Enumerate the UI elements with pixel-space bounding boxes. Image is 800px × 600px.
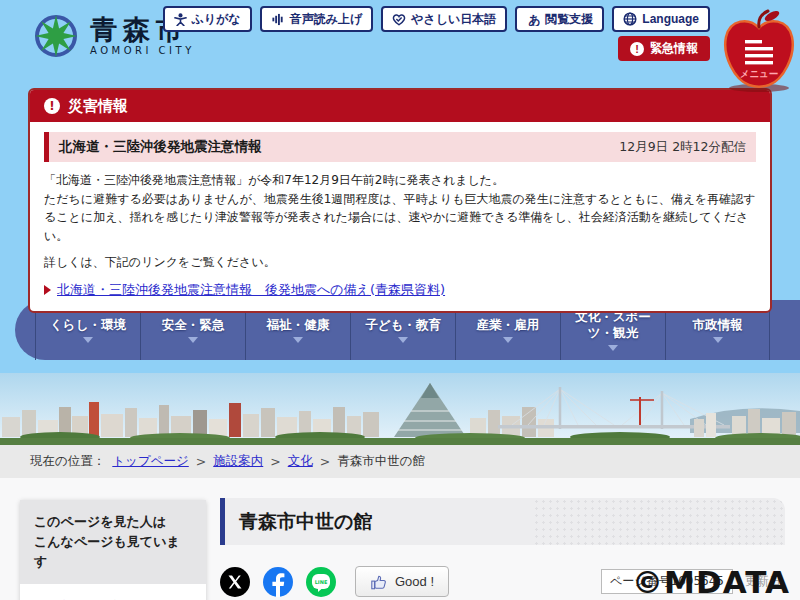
- chevron-down-icon: [188, 337, 198, 343]
- apple-menu-icon: メニュー: [718, 4, 800, 92]
- alert-exclamation-icon: !: [44, 98, 60, 114]
- disaster-panel-title: 災害情報: [68, 97, 128, 116]
- breadcrumb-link-home[interactable]: トップページ: [112, 453, 188, 470]
- link-arrow-icon: [44, 285, 51, 295]
- heart-icon: [392, 13, 406, 26]
- disaster-panel-header: ! 災害情報: [30, 90, 770, 122]
- header-section: 青森市 AOMORI CITY ふりがな 音声読み上げ: [0, 0, 800, 373]
- related-pages-card: このページを見た人は こんなページも見ています ▶ 浪岡城跡案内所: [20, 500, 206, 600]
- accessibility-a-icon: あ: [526, 13, 540, 26]
- svg-text:あ: あ: [529, 13, 541, 26]
- related-pages-header: このページを見た人は こんなページも見ています: [20, 500, 206, 584]
- chevron-down-icon: [398, 337, 408, 343]
- mdata-watermark: ©MDATA: [632, 564, 790, 600]
- furigana-person-icon: [174, 13, 187, 26]
- emergency-info-button[interactable]: ! 緊急情報: [618, 36, 710, 61]
- chevron-down-icon: [608, 345, 618, 351]
- chevron-down-icon: [293, 337, 303, 343]
- facebook-logo-icon: [263, 567, 293, 597]
- disaster-notice-title: 北海道・三陸沖後発地震注意情報: [59, 138, 262, 156]
- breadcrumb-link-facilities[interactable]: 施設案内: [213, 453, 263, 470]
- browse-support-button[interactable]: あ 閲覧支援: [515, 6, 604, 32]
- disaster-detail-link[interactable]: 北海道・三陸沖後発地震注意情報 後発地震への備え(青森県資料): [57, 281, 445, 299]
- disaster-paragraph-2: ただちに避難する必要はありませんが、地震発生後1週間程度は、平時よりも巨大地震の…: [44, 190, 756, 246]
- text-to-speech-button[interactable]: 音声読み上げ: [260, 6, 374, 32]
- x-logo-icon: [227, 574, 243, 590]
- cityscape-banner-photo: [0, 373, 800, 445]
- share-x-button[interactable]: [220, 567, 250, 597]
- chevron-down-icon: [83, 337, 93, 343]
- good-like-button[interactable]: Good !: [355, 566, 449, 597]
- disaster-notice-row: 北海道・三陸沖後発地震注意情報 12月9日 2時12分配信: [44, 132, 756, 162]
- disaster-notice-time: 12月9日 2時12分配信: [619, 139, 746, 156]
- disaster-paragraph-1: 「北海道・三陸沖後発地震注意情報」が令和7年12月9日午前2時に発表されました。: [44, 171, 756, 190]
- disaster-paragraph-3: 詳しくは、下記のリンクをご覧ください。: [44, 253, 756, 272]
- svg-text:LINE: LINE: [315, 579, 328, 585]
- related-page-link[interactable]: ▶ 浪岡城跡案内所: [20, 584, 206, 600]
- share-facebook-button[interactable]: [263, 567, 293, 597]
- svg-text:メニュー: メニュー: [740, 68, 779, 79]
- breadcrumb-current: 青森市中世の館: [337, 453, 425, 470]
- globe-icon: [623, 12, 637, 26]
- page-title-box: 青森市中世の館: [220, 498, 785, 545]
- breadcrumb-link-culture[interactable]: 文化: [288, 453, 313, 470]
- aomori-city-emblem-icon: [32, 12, 80, 60]
- line-logo-icon: LINE: [311, 572, 331, 592]
- breadcrumb-prefix: 現在の位置：: [30, 453, 105, 470]
- page-title: 青森市中世の館: [239, 509, 372, 535]
- breadcrumb: 現在の位置： トップページ > 施設案内 > 文化 > 青森市中世の館: [0, 445, 800, 478]
- easy-japanese-button[interactable]: やさしい日本語: [381, 6, 507, 32]
- accessibility-toolbar: ふりがな 音声読み上げ やさしい日本語 あ 閲覧支援: [163, 6, 710, 32]
- disaster-info-panel: ! 災害情報 北海道・三陸沖後発地震注意情報 12月9日 2時12分配信 「北海…: [28, 88, 772, 313]
- chevron-down-icon: [713, 337, 723, 343]
- exclamation-icon: !: [630, 42, 644, 56]
- menu-button[interactable]: メニュー: [718, 4, 800, 92]
- site-subtitle: AOMORI CITY: [90, 45, 195, 56]
- thumbs-up-icon: [370, 573, 388, 591]
- share-line-button[interactable]: LINE: [306, 567, 336, 597]
- speech-audio-icon: [271, 13, 285, 26]
- language-button[interactable]: Language: [612, 6, 710, 32]
- chevron-down-icon: [503, 337, 513, 343]
- furigana-button[interactable]: ふりがな: [163, 6, 252, 32]
